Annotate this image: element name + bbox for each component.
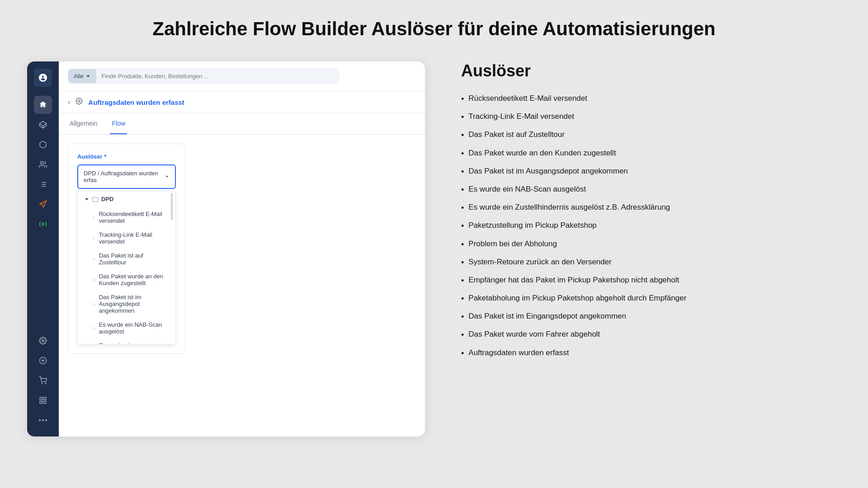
sidebar-icon-home[interactable]: [34, 96, 52, 114]
dropdown-item-2[interactable]: Das Paket ist auf Zustelltour: [78, 249, 175, 269]
ui-mockup: Alle ‹ Auftragsdaten wurden erfasst: [27, 61, 425, 436]
ausloeser-list: Rücksendeetikett E-Mail versendet Tracki…: [461, 93, 832, 359]
breadcrumb-title: Auftragsdaten wurden erfasst: [88, 99, 184, 106]
sidebar-icon-list[interactable]: [34, 175, 52, 193]
ausloeser-card: Auslöser * DPD / Auftragsdaten wurden er…: [68, 144, 185, 354]
list-item-14: Auftragsdaten wurden erfasst: [461, 347, 832, 359]
right-panel-title: Auslöser: [461, 61, 832, 80]
dropdown-item-4[interactable]: Das Paket ist im Ausgangsdepot angekomme…: [78, 290, 175, 318]
dropdown-item-0[interactable]: Rücksendeetikett E-Mail versendet: [78, 207, 175, 228]
sidebar-icon-box[interactable]: [34, 136, 52, 154]
list-item-0: Rücksendeetikett E-Mail versendet: [461, 93, 832, 105]
tabs: Allgemein Flow: [59, 113, 425, 135]
dropdown-item-3[interactable]: Das Paket wurde an den Kunden zugestellt: [78, 269, 175, 290]
dropdown-item-6[interactable]: Es wurde ein Zustellhindernis ausgelöst …: [78, 338, 175, 344]
sidebar-icon-plus[interactable]: [34, 352, 52, 370]
sidebar-logo: [34, 69, 52, 87]
list-item-2: Das Paket ist auf Zustelltour: [461, 129, 832, 141]
back-button[interactable]: ‹: [68, 98, 70, 106]
svg-point-22: [45, 419, 47, 421]
sidebar-icon-users[interactable]: [34, 155, 52, 174]
list-item-12: Das Paket ist im Eingangsdepot angekomme…: [461, 311, 832, 323]
list-item-7: Paketzustellung im Pickup Paketshop: [461, 220, 832, 232]
right-panel: Auslöser Rücksendeetikett E-Mail versend…: [452, 61, 841, 359]
svg-point-20: [39, 419, 41, 421]
sidebar-icon-megaphone[interactable]: [34, 195, 52, 213]
svg-point-9: [42, 223, 44, 225]
topbar: Alle: [59, 61, 425, 91]
dropdown-item-1[interactable]: Tracking-Link E-Mail versendet: [78, 228, 175, 249]
svg-point-14: [42, 383, 42, 384]
list-item-3: Das Paket wurde an den Kunden zugestellt: [461, 148, 832, 160]
list-item-11: Paketabholung im Pickup Paketshop abgeho…: [461, 293, 832, 305]
dropdown-list: DPD Rücksendeetikett E-Mail versendet Tr…: [77, 191, 176, 344]
svg-point-10: [42, 340, 44, 342]
svg-point-21: [42, 419, 44, 421]
list-item-5: Es wurde ein NAB-Scan ausgelöst: [461, 184, 832, 196]
list-item-10: Empfänger hat das Paket im Pickup Pakets…: [461, 275, 832, 286]
sidebar-icon-more[interactable]: [34, 411, 52, 429]
content-area: Auslöser * DPD / Auftragsdaten wurden er…: [59, 135, 425, 436]
search-input[interactable]: [96, 69, 339, 83]
svg-rect-17: [44, 397, 46, 399]
list-item-13: Das Paket wurde vom Fahrer abgeholt: [461, 329, 832, 341]
gear-button[interactable]: [75, 98, 83, 107]
ausloeser-dropdown-btn[interactable]: DPD / Auftragsdaten wurden erfas: [77, 164, 176, 189]
sidebar-icon-settings[interactable]: [34, 332, 52, 350]
filter-button[interactable]: Alle: [68, 69, 96, 83]
sidebar: [27, 61, 59, 436]
sidebar-icon-settings-alt[interactable]: [34, 215, 52, 233]
page-title: Zahlreiche Flow Builder Auslöser für dei…: [27, 18, 841, 40]
list-item-1: Tracking-Link E-Mail versendet: [461, 111, 832, 123]
breadcrumb-bar: ‹ Auftragsdaten wurden erfasst: [59, 91, 425, 113]
card-label: Auslöser *: [77, 153, 176, 160]
dropdown-item-5[interactable]: Es wurde ein NAB-Scan ausgelöst: [78, 318, 175, 338]
svg-point-15: [45, 383, 46, 384]
search-filter[interactable]: Alle: [68, 69, 339, 84]
dropdown-group-dpd: DPD: [78, 191, 175, 207]
list-item-8: Problem bei der Abholung: [461, 239, 832, 250]
tab-allgemein[interactable]: Allgemein: [68, 113, 99, 134]
list-item-6: Es wurde ein Zustellhindernis ausgelöst …: [461, 202, 832, 214]
sidebar-icon-cart[interactable]: [34, 371, 52, 389]
scroll-indicator: [171, 191, 173, 344]
list-item-4: Das Paket ist im Ausgangsdepot angekomme…: [461, 166, 832, 178]
main-panel: Alle ‹ Auftragsdaten wurden erfasst: [59, 61, 425, 436]
svg-rect-19: [44, 401, 46, 404]
svg-rect-18: [40, 401, 42, 404]
svg-point-2: [41, 161, 43, 164]
tab-flow[interactable]: Flow: [110, 113, 127, 134]
svg-rect-16: [40, 397, 42, 399]
sidebar-icon-grid[interactable]: [34, 391, 52, 409]
list-item-9: System-Retoure zurück an den Versender: [461, 257, 832, 268]
sidebar-icon-layers[interactable]: [34, 116, 52, 134]
svg-point-23: [78, 100, 80, 102]
